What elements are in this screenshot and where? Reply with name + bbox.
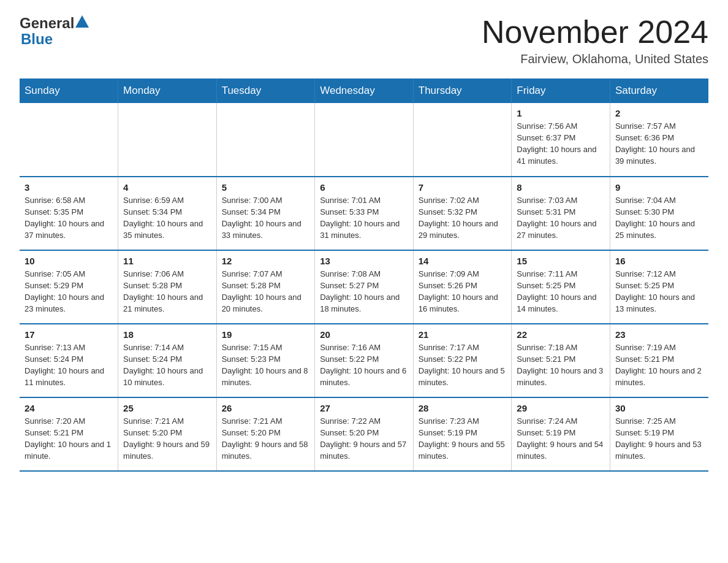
calendar-cell: 16Sunrise: 7:12 AM Sunset: 5:25 PM Dayli…	[610, 250, 708, 324]
calendar-cell	[118, 103, 217, 177]
day-info: Sunrise: 7:05 AM Sunset: 5:29 PM Dayligh…	[25, 269, 113, 315]
calendar-cell: 1Sunrise: 7:56 AM Sunset: 6:37 PM Daylig…	[512, 103, 610, 177]
day-info: Sunrise: 7:13 AM Sunset: 5:24 PM Dayligh…	[25, 342, 113, 388]
svg-marker-0	[75, 15, 89, 28]
calendar-cell: 14Sunrise: 7:09 AM Sunset: 5:26 PM Dayli…	[413, 250, 512, 324]
calendar-cell: 11Sunrise: 7:06 AM Sunset: 5:28 PM Dayli…	[118, 250, 217, 324]
calendar-cell: 21Sunrise: 7:17 AM Sunset: 5:22 PM Dayli…	[413, 324, 512, 397]
calendar-cell: 30Sunrise: 7:25 AM Sunset: 5:19 PM Dayli…	[610, 397, 708, 471]
logo-triangle-icon	[75, 15, 89, 28]
day-number: 25	[123, 403, 211, 413]
day-number: 2	[615, 108, 703, 118]
day-number: 7	[419, 182, 507, 193]
day-info: Sunrise: 7:21 AM Sunset: 5:20 PM Dayligh…	[123, 416, 211, 462]
day-number: 12	[222, 256, 310, 266]
day-info: Sunrise: 7:02 AM Sunset: 5:32 PM Dayligh…	[419, 195, 507, 241]
calendar-cell: 29Sunrise: 7:24 AM Sunset: 5:19 PM Dayli…	[512, 397, 610, 471]
day-number: 27	[320, 403, 408, 413]
day-info: Sunrise: 7:23 AM Sunset: 5:19 PM Dayligh…	[419, 416, 507, 462]
calendar-subtitle: Fairview, Oklahoma, United States	[482, 52, 708, 66]
day-info: Sunrise: 6:58 AM Sunset: 5:35 PM Dayligh…	[25, 195, 113, 241]
calendar-header-row: SundayMondayTuesdayWednesdayThursdayFrid…	[20, 79, 708, 103]
day-number: 10	[25, 256, 113, 266]
calendar-cell: 10Sunrise: 7:05 AM Sunset: 5:29 PM Dayli…	[20, 250, 118, 324]
day-info: Sunrise: 7:11 AM Sunset: 5:25 PM Dayligh…	[517, 269, 605, 315]
week-row-5: 24Sunrise: 7:20 AM Sunset: 5:21 PM Dayli…	[20, 397, 708, 471]
day-info: Sunrise: 7:16 AM Sunset: 5:22 PM Dayligh…	[320, 342, 408, 388]
header-thursday: Thursday	[413, 79, 512, 103]
logo: General Blue	[20, 15, 89, 48]
day-number: 18	[123, 329, 211, 340]
title-section: November 2024 Fairview, Oklahoma, United…	[482, 15, 708, 66]
day-number: 16	[615, 256, 703, 266]
day-number: 11	[123, 256, 211, 266]
day-number: 30	[615, 403, 703, 413]
day-number: 9	[615, 182, 703, 193]
calendar-cell: 19Sunrise: 7:15 AM Sunset: 5:23 PM Dayli…	[216, 324, 315, 397]
day-info: Sunrise: 7:17 AM Sunset: 5:22 PM Dayligh…	[419, 342, 507, 388]
day-number: 1	[517, 108, 605, 118]
day-number: 29	[517, 403, 605, 413]
header-wednesday: Wednesday	[315, 79, 414, 103]
calendar-cell: 22Sunrise: 7:18 AM Sunset: 5:21 PM Dayli…	[512, 324, 610, 397]
calendar-cell: 23Sunrise: 7:19 AM Sunset: 5:21 PM Dayli…	[610, 324, 708, 397]
day-number: 17	[25, 329, 113, 340]
day-number: 19	[222, 329, 310, 340]
calendar-cell: 13Sunrise: 7:08 AM Sunset: 5:27 PM Dayli…	[315, 250, 414, 324]
day-info: Sunrise: 7:08 AM Sunset: 5:27 PM Dayligh…	[320, 269, 408, 315]
day-info: Sunrise: 7:01 AM Sunset: 5:33 PM Dayligh…	[320, 195, 408, 241]
calendar-cell: 7Sunrise: 7:02 AM Sunset: 5:32 PM Daylig…	[413, 177, 512, 250]
day-info: Sunrise: 7:56 AM Sunset: 6:37 PM Dayligh…	[517, 121, 605, 167]
calendar-cell: 18Sunrise: 7:14 AM Sunset: 5:24 PM Dayli…	[118, 324, 217, 397]
week-row-3: 10Sunrise: 7:05 AM Sunset: 5:29 PM Dayli…	[20, 250, 708, 324]
calendar-cell	[20, 103, 118, 177]
calendar-cell	[315, 103, 414, 177]
day-info: Sunrise: 7:21 AM Sunset: 5:20 PM Dayligh…	[222, 416, 310, 462]
day-number: 14	[419, 256, 507, 266]
day-number: 21	[419, 329, 507, 340]
day-number: 5	[222, 182, 310, 193]
calendar-cell: 15Sunrise: 7:11 AM Sunset: 5:25 PM Dayli…	[512, 250, 610, 324]
page-header: General Blue November 2024 Fairview, Okl…	[20, 15, 708, 66]
day-info: Sunrise: 7:14 AM Sunset: 5:24 PM Dayligh…	[123, 342, 211, 388]
day-info: Sunrise: 6:59 AM Sunset: 5:34 PM Dayligh…	[123, 195, 211, 241]
calendar-cell: 5Sunrise: 7:00 AM Sunset: 5:34 PM Daylig…	[216, 177, 315, 250]
day-info: Sunrise: 7:18 AM Sunset: 5:21 PM Dayligh…	[517, 342, 605, 388]
calendar-cell: 27Sunrise: 7:22 AM Sunset: 5:20 PM Dayli…	[315, 397, 414, 471]
calendar-cell: 24Sunrise: 7:20 AM Sunset: 5:21 PM Dayli…	[20, 397, 118, 471]
day-info: Sunrise: 7:19 AM Sunset: 5:21 PM Dayligh…	[615, 342, 703, 388]
day-info: Sunrise: 7:07 AM Sunset: 5:28 PM Dayligh…	[222, 269, 310, 315]
day-number: 6	[320, 182, 408, 193]
day-info: Sunrise: 7:24 AM Sunset: 5:19 PM Dayligh…	[517, 416, 605, 462]
week-row-4: 17Sunrise: 7:13 AM Sunset: 5:24 PM Dayli…	[20, 324, 708, 397]
logo-top: General	[20, 15, 89, 32]
day-number: 22	[517, 329, 605, 340]
day-number: 13	[320, 256, 408, 266]
calendar-cell: 3Sunrise: 6:58 AM Sunset: 5:35 PM Daylig…	[20, 177, 118, 250]
logo-blue-text: Blue	[21, 31, 53, 48]
calendar-cell: 26Sunrise: 7:21 AM Sunset: 5:20 PM Dayli…	[216, 397, 315, 471]
day-info: Sunrise: 7:57 AM Sunset: 6:36 PM Dayligh…	[615, 121, 703, 167]
day-info: Sunrise: 7:06 AM Sunset: 5:28 PM Dayligh…	[123, 269, 211, 315]
day-number: 3	[25, 182, 113, 193]
calendar-cell: 6Sunrise: 7:01 AM Sunset: 5:33 PM Daylig…	[315, 177, 414, 250]
day-info: Sunrise: 7:00 AM Sunset: 5:34 PM Dayligh…	[222, 195, 310, 241]
calendar-cell: 20Sunrise: 7:16 AM Sunset: 5:22 PM Dayli…	[315, 324, 414, 397]
header-friday: Friday	[512, 79, 610, 103]
calendar-cell: 2Sunrise: 7:57 AM Sunset: 6:36 PM Daylig…	[610, 103, 708, 177]
day-info: Sunrise: 7:04 AM Sunset: 5:30 PM Dayligh…	[615, 195, 703, 241]
header-saturday: Saturday	[610, 79, 708, 103]
day-info: Sunrise: 7:25 AM Sunset: 5:19 PM Dayligh…	[615, 416, 703, 462]
day-number: 23	[615, 329, 703, 340]
day-number: 28	[419, 403, 507, 413]
calendar-cell: 9Sunrise: 7:04 AM Sunset: 5:30 PM Daylig…	[610, 177, 708, 250]
calendar-cell	[413, 103, 512, 177]
day-number: 26	[222, 403, 310, 413]
calendar-cell: 28Sunrise: 7:23 AM Sunset: 5:19 PM Dayli…	[413, 397, 512, 471]
day-info: Sunrise: 7:15 AM Sunset: 5:23 PM Dayligh…	[222, 342, 310, 388]
day-info: Sunrise: 7:22 AM Sunset: 5:20 PM Dayligh…	[320, 416, 408, 462]
day-info: Sunrise: 7:12 AM Sunset: 5:25 PM Dayligh…	[615, 269, 703, 315]
day-info: Sunrise: 7:03 AM Sunset: 5:31 PM Dayligh…	[517, 195, 605, 241]
day-number: 24	[25, 403, 113, 413]
day-number: 15	[517, 256, 605, 266]
